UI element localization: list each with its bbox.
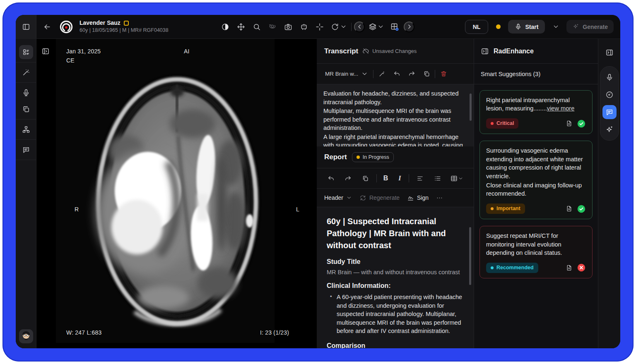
copy-button[interactable] [420,67,433,81]
layout-settings-button[interactable] [388,20,401,34]
suggestion-card[interactable]: Right parietal intraparenchymal lesion, … [479,90,593,134]
severity-badge: Important [486,204,525,214]
radenhance-header: RadEnhance [474,39,598,64]
bullet-list-button[interactable] [431,172,444,185]
screen: Lavender Sauz 60y | 18/05/1965 | M | MR#… [0,0,636,364]
report-redo-button[interactable] [342,172,355,185]
orientation-left-overlay: L [296,206,299,213]
bot-assistant-button[interactable] [297,20,311,34]
panel-left-icon [22,23,30,31]
report-scrollbar[interactable] [469,227,471,285]
transcript-report-panel: Transcript Unsaved Changes MR Brain w... [317,39,474,348]
back-button[interactable] [41,20,54,34]
report-editor[interactable]: 60y | Suspected Intracranial Pathology |… [317,207,474,348]
insert-to-report-icon[interactable] [566,205,573,212]
header-style-select[interactable]: Header [324,194,352,201]
rail-sparkle-button[interactable] [602,122,617,136]
image-viewer[interactable]: Jan 31, 2025 CE AI R L W: 247 L:683 I: 2… [36,39,317,348]
report-copy-button[interactable] [359,172,372,185]
crosshair-tool-button[interactable] [313,20,326,34]
start-label: Start [525,24,538,30]
transcript-editor[interactable]: Evaluation for headache, dizziness, and … [317,84,474,146]
patient-info: Lavender Sauz 60y | 18/05/1965 | M | MR#… [80,19,169,34]
report-actions-row: Header Regenerate Sign [317,189,474,207]
in-progress-dot-icon [357,156,360,159]
app-window: Lavender Sauz 60y | 18/05/1965 | M | MR#… [16,15,620,348]
rejected-x-icon[interactable] [577,263,586,272]
sidebar-toggle-cell[interactable] [16,15,36,38]
main-area: Jan 31, 2025 CE AI R L W: 247 L:683 I: 2… [16,39,620,348]
layers-button[interactable] [367,20,385,34]
orientation-right-overlay: R [75,206,79,213]
accepted-check-icon[interactable] [577,204,586,213]
italic-button[interactable]: I [395,175,405,182]
start-dictation-button[interactable]: Start [508,20,545,34]
slice-index-overlay: I: 23 (1/23) [260,329,289,336]
patient-meta: 60y | 18/05/1965 | M | MR# RGF04038 [80,27,169,34]
start-options-chevron[interactable] [549,20,562,34]
view-more-link[interactable]: view more [547,105,575,112]
suggestion-card[interactable]: Surrounding vasogenic edema extending in… [479,141,593,219]
sign-button[interactable]: Sign [407,194,429,201]
chevron-down-icon [361,70,368,77]
suggestion-card[interactable]: Suggest repeat MRI/CT for monitoring int… [479,226,593,278]
delete-transcript-button[interactable] [437,67,450,81]
regenerate-button[interactable]: Regenerate [359,194,400,201]
clinical-info-heading: Clinical Information: [327,282,463,290]
report-header: Report In Progress [317,146,474,168]
sidebar-item-hierarchy[interactable] [19,122,33,136]
report-format-toolbar: B I [317,168,474,189]
rail-chat-button[interactable] [602,105,617,119]
comparison-heading: Comparison [327,342,463,348]
mri-brain-image[interactable] [56,39,275,343]
rail-microphone-button[interactable] [602,70,617,84]
insert-to-report-icon[interactable] [566,120,573,127]
sidebar-item-microphone[interactable] [19,86,33,100]
next-series-button[interactable] [404,22,414,32]
suggestions-list: Right parietal intraparenchymal lesion, … [474,84,598,348]
reset-view-button[interactable] [329,20,349,34]
topbar: Lavender Sauz 60y | 18/05/1965 | M | MR#… [16,15,620,39]
severity-badge: Critical [486,118,518,129]
accepted-check-icon[interactable] [577,119,586,128]
panel-collapse-icon[interactable] [481,47,489,55]
rotate-3d-tool-button[interactable] [266,20,279,34]
sidebar-item-magic-edit[interactable] [19,65,33,79]
sidebar-item-templates[interactable] [19,45,33,59]
pan-tool-button[interactable] [234,20,248,34]
transcript-toolbar: MR Brain w... [317,64,474,84]
previous-series-button[interactable] [354,22,365,32]
insert-to-report-icon[interactable] [566,264,573,271]
sidebar-item-comments[interactable] [19,143,33,157]
left-sidebar [16,39,36,348]
capture-tool-button[interactable] [282,20,295,34]
rail-ai-assist-button[interactable] [602,88,617,102]
undo-button[interactable] [390,67,403,81]
sidebar-item-copies[interactable] [19,102,33,116]
recording-status-dot[interactable] [492,21,504,33]
magic-wand-button[interactable] [375,67,388,81]
align-button[interactable] [413,172,426,185]
radenhance-title: RadEnhance [494,48,534,55]
report-document-title: 60y | Suspected Intracranial Pathology |… [327,216,463,251]
panel-right-toggle[interactable] [602,46,617,60]
bold-button[interactable]: B [381,175,391,182]
patient-flag-icon[interactable] [124,21,129,26]
panel-expand-icon[interactable] [41,47,50,55]
transcript-scrollbar[interactable] [470,93,472,121]
report-status-badge: In Progress [352,152,394,162]
toolbar-divider [351,23,352,31]
viewer-toolbar [173,20,460,34]
generate-button[interactable]: Generate [566,20,614,34]
user-avatar[interactable] [19,329,33,343]
more-options-button[interactable] [436,194,443,201]
redo-button[interactable] [405,67,418,81]
smart-suggestions-header: Smart Suggestions (3) [474,64,598,84]
table-button[interactable] [448,172,466,185]
transcript-preset-select[interactable]: MR Brain w... [322,68,371,80]
report-title: Report [324,153,347,161]
contrast-tool-button[interactable] [219,20,232,34]
report-undo-button[interactable] [324,172,337,185]
zoom-tool-button[interactable] [250,20,263,34]
nl-button[interactable]: NL [465,20,489,34]
